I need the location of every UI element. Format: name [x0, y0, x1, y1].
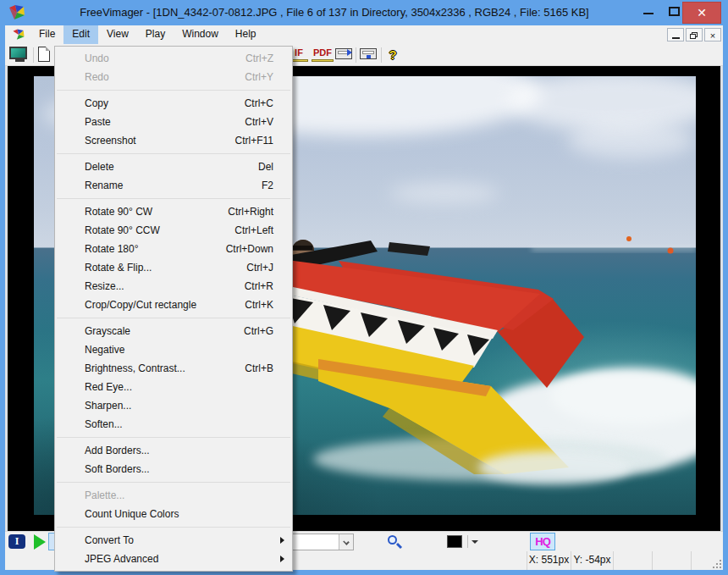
menu-item-label: Copy [85, 97, 245, 109]
menubar-item[interactable]: Help [227, 25, 265, 44]
menu-item[interactable]: Sharpen... [55, 396, 292, 415]
menu-item[interactable]: Negative [55, 340, 292, 359]
menu-bar: File Edit View Play Window Help × [5, 25, 723, 44]
window-title: FreeVimager - [1DN_4342-07-0812.JPG , Fi… [34, 0, 635, 25]
menubar-item[interactable]: View [98, 25, 137, 44]
close-button[interactable]: ✕ [682, 2, 721, 24]
menu-separator [57, 527, 290, 528]
menu-item[interactable]: Brightness, Contrast... Ctrl+B [55, 359, 292, 378]
pdf-export-button[interactable]: PDF [312, 47, 334, 64]
menu-item[interactable]: Add Borders... [55, 441, 292, 460]
menu-item-shortcut: Ctrl+G [244, 325, 273, 337]
menu-item[interactable]: Redo Ctrl+Y [55, 68, 292, 86]
menu-item[interactable]: Red Eye... [55, 378, 292, 396]
menu-item-label: Delete [85, 161, 258, 173]
menu-item-label: JPEG Advanced [85, 553, 273, 565]
mdi-minimize-button[interactable] [667, 28, 684, 41]
menu-item[interactable]: Rotate 90° CW Ctrl+Right [55, 202, 292, 221]
swatch-dropdown[interactable] [467, 535, 479, 548]
menu-item-label: Rename [85, 180, 262, 191]
magnifier-handle [396, 543, 402, 549]
menu-item[interactable]: Undo Ctrl+Z [55, 49, 292, 68]
mdi-restore-button[interactable] [686, 28, 703, 41]
menubar-item-label: Window [182, 28, 218, 40]
menu-separator [57, 198, 290, 199]
mdi-restore-icon-back [690, 34, 696, 39]
email-export-button[interactable] [335, 47, 354, 64]
menu-item-label: Undo [85, 53, 245, 64]
menu-item-shortcut: Ctrl+B [245, 362, 273, 374]
menu-separator [57, 153, 290, 154]
menu-item[interactable]: JPEG Advanced [55, 550, 292, 568]
mdi-window-controls: × [667, 28, 721, 41]
zoom-tool-button[interactable] [386, 534, 403, 551]
new-file-button[interactable] [38, 47, 53, 64]
acquire-device-icon [360, 48, 377, 59]
menu-item[interactable]: Palette... [55, 486, 292, 505]
mdi-minimize-icon [672, 37, 680, 39]
pdf-icon: PDF [313, 47, 332, 58]
edit-menu-popup: Undo Ctrl+Z Redo Ctrl+Y Copy Ctrl+C [54, 46, 293, 572]
export-device-icon [335, 48, 352, 59]
document-logo-icon [12, 28, 25, 41]
menu-item-label: Screenshot [85, 135, 235, 147]
menu-item-label: Soft Borders... [85, 463, 273, 475]
menubar-item[interactable]: Edit [63, 25, 98, 44]
menubar-item-label: Edit [72, 28, 90, 40]
menubar-item-label: File [39, 28, 55, 40]
status-x-position: X: 551px [527, 551, 571, 570]
hq-toggle-button[interactable]: HQ [530, 533, 555, 550]
magnifier-icon [388, 535, 397, 545]
menu-item-label: Negative [85, 344, 273, 356]
menu-item[interactable]: Copy Ctrl+C [55, 94, 292, 113]
menu-item[interactable]: Rotate & Flip... Ctrl+J [55, 258, 292, 277]
status-pane-empty [613, 551, 652, 570]
menu-item-label: Rotate 90° CCW [85, 224, 234, 236]
menu-item-label: Sharpen... [85, 400, 273, 412]
menu-item[interactable]: Soften... [55, 415, 292, 434]
mdi-close-icon: × [705, 30, 720, 41]
menu-item-shortcut: Ctrl+R [245, 280, 273, 292]
fullscreen-button[interactable] [9, 47, 30, 64]
menu-item-label: Rotate 180° [85, 243, 226, 255]
menu-item-label: Rotate 90° CW [85, 206, 228, 218]
menu-item-label: Rotate & Flip... [85, 262, 246, 274]
menu-item[interactable]: Grayscale Ctrl+G [55, 322, 292, 340]
help-button[interactable]: ? [386, 47, 400, 64]
combo-dropdown-button[interactable] [339, 534, 353, 550]
menu-item-label: Count Unique Colors [85, 508, 273, 520]
menubar-item[interactable]: File [30, 25, 63, 44]
submenu-arrow-icon [280, 537, 284, 544]
menu-item-label: Brightness, Contrast... [85, 362, 245, 374]
menubar-item[interactable]: Window [174, 25, 227, 44]
freevimager-window: FreeVimager - [1DN_4342-07-0812.JPG , Fi… [0, 0, 728, 575]
menu-item[interactable]: Screenshot Ctrl+F11 [55, 131, 292, 150]
play-slideshow-button[interactable] [34, 534, 46, 550]
menubar-item-label: View [107, 28, 129, 40]
menu-item[interactable]: Crop/Copy/Cut rectangle Ctrl+K [55, 296, 292, 314]
menu-item[interactable]: Resize... Ctrl+R [55, 277, 292, 296]
menu-item[interactable]: Count Unique Colors [55, 505, 292, 523]
title-bar[interactable]: FreeVimager - [1DN_4342-07-0812.JPG , Fi… [0, 0, 728, 25]
acquire-button[interactable] [360, 47, 378, 64]
menu-item[interactable]: Rename F2 [55, 176, 292, 195]
menu-item-shortcut: Ctrl+F11 [235, 135, 273, 147]
resize-grip[interactable] [713, 560, 721, 568]
menu-item[interactable]: Rotate 90° CCW Ctrl+Left [55, 221, 292, 240]
minimize-button[interactable] [637, 0, 660, 24]
menu-separator [57, 482, 290, 483]
menubar-item[interactable]: Play [137, 25, 174, 44]
menu-item-label: Resize... [85, 280, 245, 292]
menu-item[interactable]: Paste Ctrl+V [55, 113, 292, 131]
menu-item[interactable]: Delete Del [55, 158, 292, 176]
info-button[interactable]: I [8, 534, 25, 549]
background-color-swatch[interactable] [447, 535, 462, 548]
mdi-close-button[interactable]: × [704, 28, 721, 41]
status-pane-empty [691, 551, 723, 570]
menu-item[interactable]: Convert To [55, 531, 292, 550]
menu-item[interactable]: Rotate 180° Ctrl+Down [55, 240, 292, 258]
menu-item[interactable]: Soft Borders... [55, 460, 292, 478]
menu-item-label: Redo [85, 71, 245, 83]
menu-item-shortcut: Ctrl+J [246, 262, 273, 274]
menu-item-shortcut: Ctrl+C [245, 97, 273, 109]
